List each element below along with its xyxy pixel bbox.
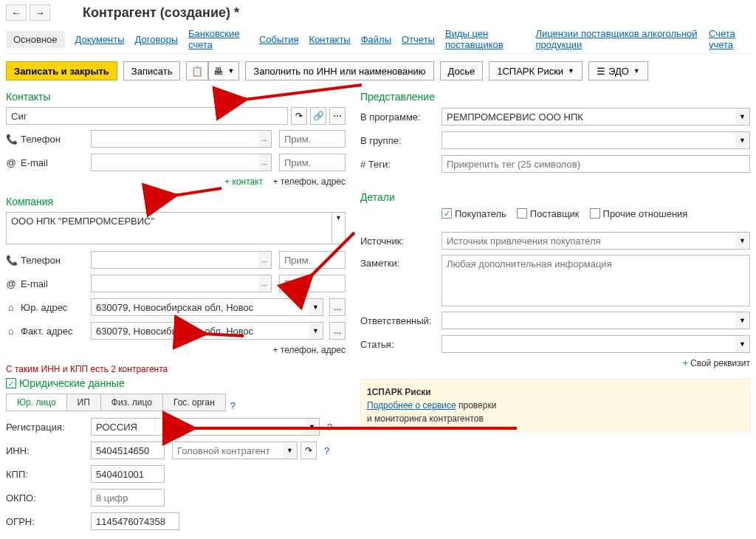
- company-email-input[interactable]: [91, 275, 258, 292]
- fact-addr-more-button[interactable]: ...: [329, 322, 346, 340]
- company-dropdown-button[interactable]: ▼: [331, 213, 345, 244]
- tab-contracts[interactable]: Договоры: [135, 34, 178, 45]
- email-icon: @: [6, 278, 16, 289]
- okpo-input[interactable]: [91, 489, 165, 507]
- buyer-checkbox[interactable]: ✓Покупатель: [441, 208, 506, 219]
- company-section-title: Компания: [6, 196, 346, 207]
- other-rel-checkbox[interactable]: Прочие отношения: [590, 208, 688, 219]
- spark-info-box: 1СПАРК Риски Подробнее о сервисе проверк…: [360, 379, 750, 432]
- add-phone-addr-link[interactable]: + телефон, адрес: [272, 176, 346, 187]
- legal-help-button[interactable]: ?: [230, 400, 236, 411]
- home-icon: ⌂: [6, 326, 16, 337]
- inn-input[interactable]: [91, 442, 165, 459]
- contact-more-button[interactable]: ⋯: [329, 107, 346, 125]
- fact-address-input[interactable]: [91, 322, 309, 340]
- spark-more-link[interactable]: Подробнее о сервисе: [367, 400, 456, 411]
- in-group-input[interactable]: [441, 131, 735, 149]
- fill-inn-button[interactable]: Заполнить по ИНН или наименованию: [245, 61, 433, 80]
- contact-name-input[interactable]: [6, 107, 288, 125]
- responsible-input[interactable]: [441, 312, 735, 329]
- save-close-button[interactable]: Записать и закрыть: [6, 61, 117, 80]
- email-more-button[interactable]: ...: [258, 154, 272, 171]
- registration-input[interactable]: [91, 418, 305, 436]
- tab-accounts[interactable]: Счета учета: [709, 28, 750, 50]
- reg-help-button[interactable]: ?: [327, 422, 332, 433]
- notes-textarea[interactable]: [441, 255, 750, 306]
- contact-phone-note-input[interactable]: [279, 130, 346, 148]
- company-phone-note-input[interactable]: [279, 251, 346, 269]
- dossier-button[interactable]: Досье: [440, 61, 484, 80]
- contacts-section-title: Контакты: [6, 91, 346, 103]
- ogrn-input[interactable]: [91, 512, 179, 530]
- head-counterparty-input[interactable]: [172, 442, 283, 459]
- tab-documents[interactable]: Документы: [75, 34, 125, 45]
- representation-section-title: Представление: [360, 91, 750, 103]
- contact-phone-input[interactable]: [91, 130, 258, 148]
- tab-price-types[interactable]: Виды цен поставщиков: [445, 28, 525, 50]
- tab-main[interactable]: Основное: [6, 31, 65, 48]
- contact-link-button[interactable]: 🔗: [310, 107, 326, 125]
- inn-help-button[interactable]: ?: [324, 445, 329, 456]
- own-requisite-link[interactable]: + Свой реквизит: [360, 358, 750, 368]
- legal-data-section-title[interactable]: ✓ Юридические данные: [6, 377, 346, 389]
- tab-files[interactable]: Файлы: [361, 34, 391, 45]
- tab-bank-accounts[interactable]: Банковские счета: [188, 28, 249, 50]
- tab-events[interactable]: События: [259, 34, 299, 45]
- contact-email-input[interactable]: [91, 154, 258, 171]
- save-button[interactable]: Записать: [123, 61, 181, 80]
- copy-button[interactable]: 📋: [186, 61, 208, 80]
- phone-more-button[interactable]: ...: [258, 130, 272, 148]
- nav-forward-button[interactable]: →: [30, 4, 50, 21]
- page-title: Контрагент (создание) *: [83, 5, 239, 21]
- legal-tab-ip[interactable]: ИП: [67, 394, 101, 411]
- email-icon: @: [6, 157, 16, 168]
- legal-tab-company[interactable]: Юр. лицо: [7, 394, 67, 411]
- add-contact-link[interactable]: + контакт: [224, 176, 263, 187]
- contact-open-button[interactable]: ↷: [291, 107, 307, 125]
- contact-email-note-input[interactable]: [279, 154, 346, 171]
- company-phone-input[interactable]: [91, 251, 258, 269]
- tab-licenses[interactable]: Лицензии поставщиков алкогольной продукц…: [535, 28, 698, 50]
- legal-address-input[interactable]: [91, 298, 309, 316]
- phone-icon: 📞: [6, 134, 16, 145]
- head-open-button[interactable]: ↷: [300, 442, 317, 459]
- edo-button[interactable]: ☰ ЭДО▼: [588, 61, 648, 80]
- source-input[interactable]: [441, 232, 735, 250]
- tab-reports[interactable]: Отчеты: [402, 34, 435, 45]
- add-company-phone-addr-link[interactable]: + телефон, адрес: [272, 345, 346, 355]
- home-icon: ⌂: [6, 302, 16, 313]
- legal-addr-more-button[interactable]: ...: [329, 298, 346, 316]
- company-email-note-input[interactable]: [279, 275, 346, 292]
- nav-back-button[interactable]: ←: [6, 4, 27, 21]
- duplicate-warning[interactable]: С таким ИНН и КПП есть 2 контрагента: [6, 364, 346, 374]
- kpp-input[interactable]: [91, 465, 165, 483]
- legal-tab-gov[interactable]: Гос. орган: [163, 394, 225, 411]
- legal-tab-person[interactable]: Физ. лицо: [101, 394, 163, 411]
- details-section-title: Детали: [360, 191, 750, 203]
- supplier-checkbox[interactable]: Поставщик: [517, 208, 580, 219]
- tab-contacts[interactable]: Контакты: [309, 34, 351, 45]
- article-input[interactable]: [441, 335, 735, 353]
- tags-input[interactable]: [441, 155, 750, 173]
- in-program-input[interactable]: [441, 108, 735, 126]
- phone-icon: 📞: [6, 255, 16, 266]
- spark-risks-button[interactable]: 1СПАРК Риски▼: [489, 61, 583, 80]
- company-name-input[interactable]: ООО НПК "РЕМПРОМСЕРВИС" ▼: [6, 212, 346, 244]
- print-button[interactable]: 🖶▼: [208, 61, 239, 80]
- legal-checkbox-icon: ✓: [6, 378, 16, 388]
